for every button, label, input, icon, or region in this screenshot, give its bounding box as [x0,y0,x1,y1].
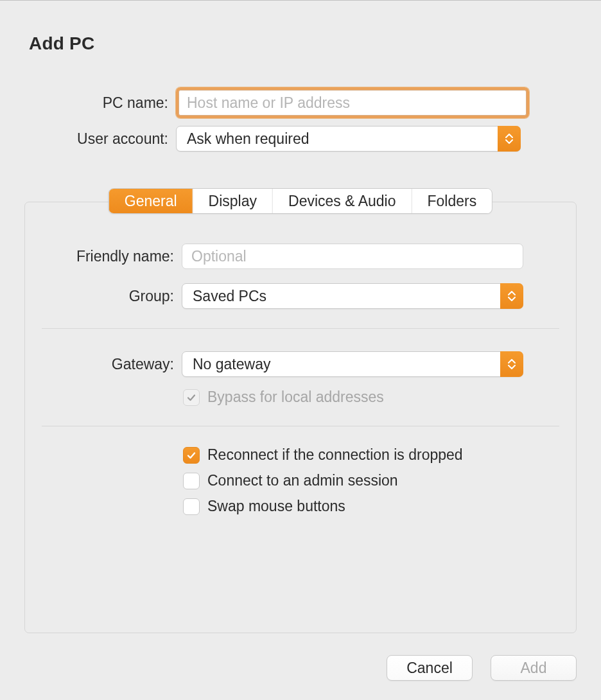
tab-devices-audio[interactable]: Devices & Audio [273,189,412,213]
chevron-up-down-icon [498,126,521,152]
gateway-row: Gateway: No gateway [33,351,523,377]
dialog-footer: Cancel Add [387,655,577,681]
user-account-value: Ask when required [187,130,309,148]
add-button[interactable]: Add [491,655,577,681]
admin-label: Connect to an admin session [207,472,398,489]
swap-row: Swap mouse buttons [183,498,345,515]
admin-row: Connect to an admin session [183,472,398,489]
reconnect-label: Reconnect if the connection is dropped [207,446,463,464]
bypass-label: Bypass for local addresses [207,389,384,406]
reconnect-checkbox-row[interactable]: Reconnect if the connection is dropped [183,446,463,464]
gateway-label: Gateway: [33,356,182,373]
tab-display[interactable]: Display [193,189,273,213]
group-select[interactable]: Saved PCs [182,283,523,309]
user-account-row: User account: Ask when required [8,126,521,152]
user-account-select[interactable]: Ask when required [176,126,521,152]
friendly-name-label: Friendly name: [33,248,182,265]
swap-checkbox-row[interactable]: Swap mouse buttons [183,498,345,515]
divider [42,328,559,329]
friendly-name-row: Friendly name: [33,243,523,269]
add-pc-dialog: Add PC PC name: User account: Ask when r… [0,0,601,700]
bypass-checkbox-row: Bypass for local addresses [183,389,384,406]
swap-checkbox[interactable] [183,498,200,515]
admin-checkbox-row[interactable]: Connect to an admin session [183,472,398,489]
friendly-name-input[interactable] [182,243,523,269]
group-row: Group: Saved PCs [33,283,523,309]
gateway-select[interactable]: No gateway [182,351,523,377]
pc-name-input[interactable] [179,90,527,116]
chevron-up-down-icon [500,351,523,377]
reconnect-row: Reconnect if the connection is dropped [183,446,463,464]
reconnect-checkbox[interactable] [183,447,200,464]
gateway-value: No gateway [193,356,270,373]
bypass-checkbox [183,389,200,406]
tab-folders[interactable]: Folders [412,189,492,213]
divider [42,426,559,426]
chevron-up-down-icon [500,283,523,309]
dialog-title: Add PC [29,33,94,54]
pc-name-focus-ring [176,87,529,118]
pc-name-row: PC name: [8,87,529,118]
settings-panel: General Display Devices & Audio Folders … [24,202,577,633]
pc-name-label: PC name: [8,94,176,112]
tab-general[interactable]: General [109,189,193,213]
group-value: Saved PCs [193,288,266,305]
swap-label: Swap mouse buttons [207,498,345,515]
user-account-label: User account: [8,130,176,148]
cancel-button[interactable]: Cancel [387,655,473,681]
group-label: Group: [33,288,182,305]
tab-bar: General Display Devices & Audio Folders [109,188,492,214]
bypass-row: Bypass for local addresses [183,389,384,406]
admin-checkbox[interactable] [183,473,200,489]
